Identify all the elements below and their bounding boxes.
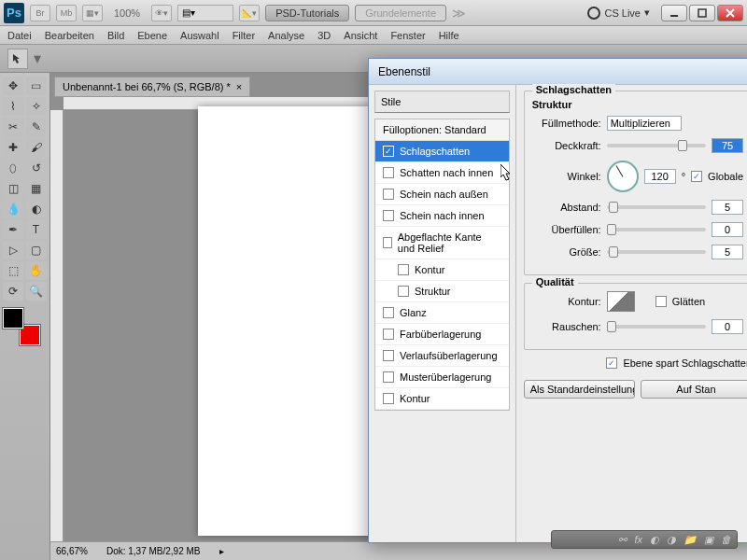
effect-checkbox[interactable] xyxy=(383,189,394,200)
distance-slider[interactable] xyxy=(607,205,706,209)
link-icon[interactable]: ⚯ xyxy=(618,534,627,546)
wand-tool[interactable]: ✧ xyxy=(26,97,47,116)
move-tool[interactable]: ✥ xyxy=(3,77,23,95)
hand-tool[interactable]: ✋ xyxy=(26,261,47,280)
marquee-tool[interactable]: ▭ xyxy=(26,77,47,95)
make-default-button[interactable]: Als Standardeinstellung festlegen xyxy=(524,380,635,399)
effect-checkbox[interactable] xyxy=(383,307,394,318)
shape-tool[interactable]: ▢ xyxy=(26,241,47,259)
foreground-color[interactable] xyxy=(3,308,23,329)
adjust-icon[interactable]: ◑ xyxy=(667,534,676,546)
size-slider[interactable] xyxy=(607,250,706,254)
menu-fenster[interactable]: Fenster xyxy=(390,30,425,41)
menu-analyse[interactable]: Analyse xyxy=(268,30,304,41)
heal-tool[interactable]: ✚ xyxy=(3,138,23,157)
menu-ebene[interactable]: Ebene xyxy=(137,30,167,41)
menu-3d[interactable]: 3D xyxy=(317,30,331,41)
minibridge-button[interactable]: Mb xyxy=(56,5,77,21)
effect-checkbox[interactable] xyxy=(383,393,394,404)
opacity-slider[interactable] xyxy=(607,144,706,147)
dialog-titlebar[interactable]: Ebenenstil xyxy=(369,59,747,85)
status-zoom[interactable]: 66,67% xyxy=(56,546,88,556)
styles-header[interactable]: Stile xyxy=(374,91,510,113)
eyedropper-tool[interactable]: ✎ xyxy=(26,118,47,136)
opacity-input[interactable]: 75 xyxy=(712,138,743,153)
effect-row-10[interactable]: Musterüberlagerung xyxy=(375,367,509,388)
effect-checkbox[interactable] xyxy=(383,371,394,383)
menu-bearbeiten[interactable]: Bearbeiten xyxy=(45,30,94,41)
blending-options-header[interactable]: Fülloptionen: Standard xyxy=(375,119,509,141)
menu-auswahl[interactable]: Auswahl xyxy=(180,30,219,41)
blendmode-dropdown[interactable]: Multiplizieren xyxy=(607,116,682,131)
lasso-tool[interactable]: ⌇ xyxy=(3,97,23,116)
menu-ansicht[interactable]: Ansicht xyxy=(344,30,377,41)
new-layer-icon[interactable]: ▣ xyxy=(704,534,713,546)
effect-row-1[interactable]: Schatten nach innen xyxy=(375,162,509,184)
3d-tool[interactable]: ⬚ xyxy=(3,261,23,280)
antialias-checkbox[interactable] xyxy=(655,296,667,307)
effect-checkbox[interactable] xyxy=(383,167,394,178)
effect-row-2[interactable]: Schein nach außen xyxy=(375,184,509,205)
blur-tool[interactable]: 💧 xyxy=(3,200,23,218)
effect-checkbox[interactable] xyxy=(383,329,394,340)
pen-tool[interactable]: ✒ xyxy=(3,220,23,239)
contour-picker[interactable] xyxy=(607,291,635,312)
type-tool[interactable]: T xyxy=(26,220,47,239)
bridge-button[interactable]: Br xyxy=(30,5,50,21)
effect-checkbox[interactable] xyxy=(398,286,409,297)
effect-checkbox[interactable] xyxy=(383,146,394,157)
zoom-tool[interactable]: 🔍 xyxy=(26,282,47,301)
spread-slider[interactable] xyxy=(607,228,706,231)
reset-default-button[interactable]: Auf Stan xyxy=(641,380,747,399)
stamp-tool[interactable]: ⬯ xyxy=(3,159,23,177)
effect-row-7[interactable]: Glanz xyxy=(375,302,509,324)
gradient-tool[interactable]: ▦ xyxy=(26,179,47,198)
angle-input[interactable]: 120 xyxy=(644,169,676,184)
zoom-display[interactable]: 100% xyxy=(108,7,146,19)
spread-input[interactable]: 0 xyxy=(712,222,743,237)
noise-input[interactable]: 0 xyxy=(712,319,743,334)
global-light-checkbox[interactable] xyxy=(691,171,702,182)
effect-row-0[interactable]: Schlagschatten xyxy=(375,141,509,162)
menu-hilfe[interactable]: Hilfe xyxy=(439,30,459,41)
mask-icon[interactable]: ◐ xyxy=(650,534,659,546)
effect-row-9[interactable]: Verlaufsüberlagerung xyxy=(375,345,509,367)
workspace-active[interactable]: PSD-Tutorials xyxy=(265,5,349,21)
status-docinfo[interactable]: Dok: 1,37 MB/2,92 MB xyxy=(106,546,201,556)
crop-tool[interactable]: ✂ xyxy=(3,118,23,136)
effect-checkbox[interactable] xyxy=(383,210,394,221)
color-swatches[interactable] xyxy=(3,308,40,345)
maximize-button[interactable] xyxy=(689,5,715,21)
effect-row-8[interactable]: Farbüberlagerung xyxy=(375,324,509,345)
menu-filter[interactable]: Filter xyxy=(233,30,255,41)
effect-row-4[interactable]: Abgeflachte Kante und Relief xyxy=(375,227,509,259)
eraser-tool[interactable]: ◫ xyxy=(3,179,23,198)
effect-row-3[interactable]: Schein nach innen xyxy=(375,205,509,227)
distance-input[interactable]: 5 xyxy=(712,200,743,215)
menu-datei[interactable]: Datei xyxy=(7,30,32,41)
trash-icon[interactable]: 🗑 xyxy=(721,534,731,545)
close-tab-icon[interactable]: × xyxy=(236,81,242,92)
workspace-inactive[interactable]: Grundelemente xyxy=(355,5,446,21)
path-select-tool[interactable]: ▷ xyxy=(3,241,23,259)
document-tab[interactable]: Unbenannt-1 bei 66,7% (S, RGB/8) * × xyxy=(54,77,250,97)
folder-icon[interactable]: 📁 xyxy=(684,534,697,546)
close-button[interactable] xyxy=(717,5,743,21)
knockout-checkbox[interactable] xyxy=(606,357,617,369)
screen-mode-dropdown[interactable]: ▤▾ xyxy=(177,5,233,21)
arrange-docs-button[interactable]: ▦▾ xyxy=(82,5,103,21)
workspace-more[interactable]: ≫ xyxy=(452,6,466,21)
noise-slider[interactable] xyxy=(607,325,706,329)
size-input[interactable]: 5 xyxy=(712,245,743,259)
brush-tool[interactable]: 🖌 xyxy=(26,138,47,157)
effect-row-5[interactable]: Kontur xyxy=(375,259,509,281)
fx-icon[interactable]: fx xyxy=(634,534,642,545)
effect-checkbox[interactable] xyxy=(383,350,394,361)
effect-row-6[interactable]: Struktur xyxy=(375,281,509,302)
app-logo[interactable]: Ps xyxy=(4,3,24,23)
move-tool-icon[interactable] xyxy=(7,49,28,69)
effect-row-11[interactable]: Kontur xyxy=(375,388,509,410)
effect-checkbox[interactable] xyxy=(398,264,409,275)
angle-dial[interactable] xyxy=(607,161,639,192)
history-brush-tool[interactable]: ↺ xyxy=(26,159,47,177)
